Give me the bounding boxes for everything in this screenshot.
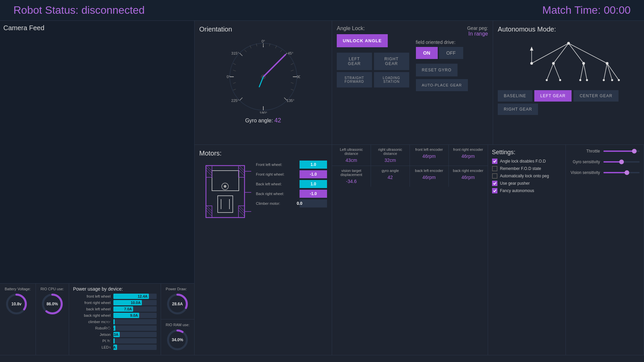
robot-status-value: disconnected <box>82 4 145 16</box>
setting-item[interactable]: Use gear pusher <box>492 181 561 186</box>
svg-line-76 <box>238 170 245 176</box>
power-bar-row: RoboRIO 0.8A <box>73 325 157 331</box>
slider-track[interactable] <box>603 150 640 152</box>
match-time: Match Time: 00:00 <box>542 4 631 16</box>
slider-thumb[interactable] <box>632 149 637 154</box>
motor-bars-list: Front left wheel: 1.0 Front right wheel:… <box>256 161 327 350</box>
power-draw-block: Power Draw: 28.6A <box>161 284 194 319</box>
setting-item[interactable]: Remember F.O.D state <box>492 166 561 171</box>
svg-text:90°: 90° <box>297 75 300 79</box>
auto-tree-diagram <box>498 37 639 90</box>
checkbox[interactable] <box>492 188 497 193</box>
setting-item[interactable]: Fancy autonomous <box>492 188 561 193</box>
svg-line-35 <box>291 63 293 65</box>
svg-point-62 <box>586 79 588 81</box>
left-gear-button[interactable]: LEFT GEAR <box>337 53 372 70</box>
sensors-top-row: Left ultrasonic distance 43cm right ultr… <box>332 145 488 166</box>
slider-track[interactable] <box>603 161 640 163</box>
compass-wrapper: 0° 45° 90° 135° 180° 225° <box>199 37 327 117</box>
svg-line-40 <box>233 70 236 71</box>
front-left-encoder-label: front left encoder <box>413 147 446 152</box>
setting-item[interactable]: Angle lock disables F.O.D <box>492 159 561 164</box>
slider-row: Throttle <box>570 149 640 154</box>
svg-point-60 <box>559 79 561 81</box>
robot-diagram-svg <box>199 161 251 223</box>
fod-on-button[interactable]: ON <box>416 47 438 59</box>
right-gear-auto-button[interactable]: RIGHT GEAR <box>498 104 538 115</box>
slider-thumb[interactable] <box>619 160 624 164</box>
svg-line-42 <box>233 89 236 90</box>
power-stats-col: Power Draw: 28.6A RIO RAM use: <box>161 284 194 355</box>
power-bar-row: back left wheel 7.0A <box>73 306 157 312</box>
motor-bar-row: Climber motor: 0.0 <box>256 199 327 207</box>
motor-bar-row: Front right wheel: -1.0 <box>256 170 327 178</box>
setting-item[interactable]: Automatically lock onto peg <box>492 173 561 179</box>
motors-title: Motors: <box>199 149 327 157</box>
svg-line-72 <box>206 170 212 176</box>
right-ultrasonic-value: 32cm <box>374 158 407 163</box>
orientation-panel: Orientation 0° 45° 90° <box>195 21 332 145</box>
motor-bar-row: Back right wheel: -1.0 <box>256 190 327 198</box>
battery-gauge: 10.8v <box>5 292 28 316</box>
svg-line-37 <box>291 82 293 83</box>
baseline-button[interactable]: BASELINE <box>498 90 532 102</box>
svg-line-46 <box>569 43 584 63</box>
camera-title: Camera Feed <box>3 24 191 32</box>
motors-panel: Motors: <box>195 145 332 355</box>
svg-line-52 <box>547 63 553 80</box>
auto-tree-svg <box>513 37 624 90</box>
angle-lock-section: Angle Lock: UNLOCK ANGLE LEFT GEAR RIGHT… <box>337 25 409 91</box>
svg-line-56 <box>604 63 607 80</box>
svg-line-36 <box>291 70 293 71</box>
svg-line-81 <box>207 206 212 211</box>
reset-gyro-button[interactable]: RESET GYRO <box>416 64 458 76</box>
power-bar-row: PCM 0.0A <box>73 338 157 344</box>
sensor-front-left-encoder: front left encoder 46rpm <box>410 145 449 166</box>
robot-diagram <box>199 161 251 350</box>
back-right-encoder-value: 46rpm <box>451 175 485 180</box>
center-gear-button[interactable]: CENTER GEAR <box>574 90 619 102</box>
power-bar-row: Jetson 2.3A <box>73 332 157 337</box>
power-bar-row: front right wheel 10.0A <box>73 300 157 305</box>
fod-toggle: ON OFF <box>416 47 488 59</box>
match-time-label: Match Time: <box>542 4 601 16</box>
auto-place-gear-button[interactable]: AUTO-PLACE GEAR <box>416 79 468 91</box>
power-bar-row: front left wheel 12.4A <box>73 294 157 299</box>
ram-value: 34.0% <box>172 338 183 342</box>
auto-mode-buttons: BASELINE LEFT GEAR CENTER GEAR RIGHT GEA… <box>498 90 639 115</box>
svg-line-41 <box>233 82 236 83</box>
sensors-section: Left ultrasonic distance 43cm right ultr… <box>332 145 488 355</box>
power-usage-panel: Power usage by device: front left wheel … <box>69 284 161 355</box>
settings-items: Angle lock disables F.O.D Remember F.O.D… <box>492 159 561 193</box>
loading-station-button[interactable]: LOADING STATION <box>374 72 409 87</box>
svg-rect-69 <box>212 171 239 191</box>
svg-line-38 <box>291 89 293 90</box>
svg-line-39 <box>233 63 236 65</box>
slider-thumb[interactable] <box>625 170 629 175</box>
checkbox[interactable] <box>492 173 497 179</box>
unlock-angle-button[interactable]: UNLOCK ANGLE <box>337 34 388 47</box>
right-gear-button[interactable]: RIGHT GEAR <box>374 53 409 70</box>
straight-forward-button[interactable]: STRAIGHT FORWARD <box>337 72 372 87</box>
slider-track[interactable] <box>603 172 640 173</box>
robot-status: Robot Status: disconnected <box>13 4 145 16</box>
settings-sliders: Throttle Gyro sensitivity Vision sensiti… <box>566 145 644 355</box>
sensors-bottom-row: vision target displacement -34.6 gyro an… <box>332 166 488 187</box>
cpu-value: 86.0% <box>47 302 58 306</box>
left-gear-auto-button[interactable]: LEFT GEAR <box>534 90 572 102</box>
left-ultrasonic-label: Left ultrasonic distance <box>335 147 368 156</box>
svg-line-47 <box>569 43 607 63</box>
back-left-encoder-value: 46rpm <box>413 175 446 180</box>
checkbox[interactable] <box>492 181 497 186</box>
power-title: Power usage by device: <box>73 286 157 292</box>
power-draw-value: 28.6A <box>172 302 183 306</box>
checkbox[interactable] <box>492 166 497 171</box>
gyro-angle-label: Gyro angle: <box>245 118 273 123</box>
fod-off-button[interactable]: OFF <box>439 47 463 59</box>
settings-checkboxes: Settings: Angle lock disables F.O.D Reme… <box>488 145 566 355</box>
svg-line-45 <box>553 43 569 63</box>
checkbox[interactable] <box>492 159 497 164</box>
battery-label: Battery Voltage: <box>5 287 31 291</box>
power-bar-row: back right wheel 9.0A <box>73 313 157 318</box>
gyro-angle-sensor-label: gyro angle <box>374 169 407 173</box>
